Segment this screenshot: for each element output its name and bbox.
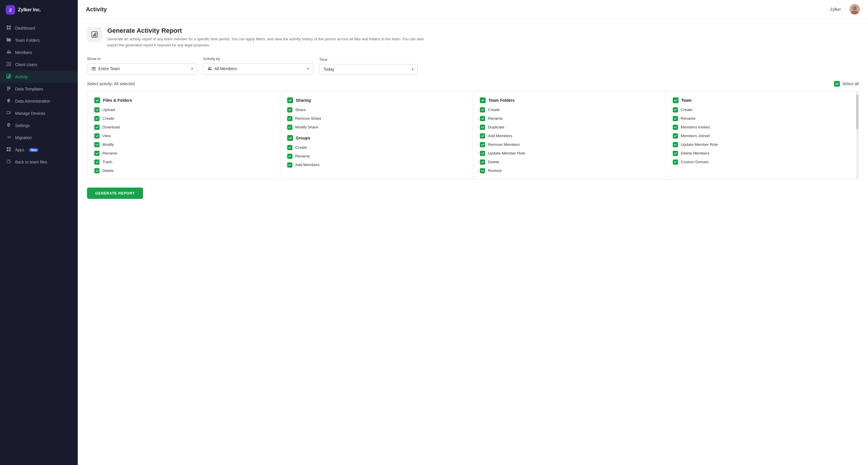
app-logo[interactable]: Z Zylker Inc. <box>0 0 78 20</box>
check-tf-delete[interactable]: Delete <box>480 160 658 165</box>
svg-rect-11 <box>9 75 10 78</box>
groups-checkbox[interactable] <box>287 135 293 141</box>
remove-share-checkbox[interactable] <box>287 116 292 121</box>
check-create[interactable]: Create <box>94 116 273 121</box>
check-upload[interactable]: Upload <box>94 107 273 112</box>
check-tf-rename[interactable]: Rename <box>480 116 658 121</box>
check-remove-share[interactable]: Remove Share <box>287 116 466 121</box>
custom-domain-checkbox[interactable] <box>673 160 678 165</box>
create-checkbox[interactable] <box>94 116 99 121</box>
view-label: View <box>102 134 111 138</box>
sidebar-item-dashboard[interactable]: Dashboard <box>0 22 78 34</box>
check-members-invited[interactable]: Members Invited <box>673 125 852 130</box>
check-trash[interactable]: Trash <box>94 160 273 165</box>
share-checkbox[interactable] <box>287 107 292 112</box>
sidebar-item-back-to-team-files[interactable]: Back to team files <box>0 156 78 168</box>
upload-checkbox[interactable] <box>94 107 99 112</box>
tf-add-members-checkbox[interactable] <box>480 133 485 139</box>
tf-create-checkbox[interactable] <box>480 107 485 112</box>
sidebar-item-team-folders[interactable]: Team Folders <box>0 34 78 46</box>
team-rename-checkbox[interactable] <box>673 116 678 121</box>
check-team-rename[interactable]: Rename <box>673 116 852 121</box>
col-sharing-header: Sharing <box>287 97 466 103</box>
team-col-label: Team <box>681 98 692 103</box>
view-checkbox[interactable] <box>94 133 99 139</box>
trash-checkbox[interactable] <box>94 160 99 165</box>
svg-point-7 <box>8 63 9 64</box>
check-custom-domain[interactable]: Custom Domain <box>673 160 852 165</box>
generate-report-button[interactable]: GENERATE REPORT <box>87 188 143 199</box>
apps-icon <box>6 147 11 153</box>
report-header: Generate Activity Report Generate an act… <box>87 27 859 48</box>
check-members-joined[interactable]: Members Joined <box>673 133 852 139</box>
update-member-role-checkbox[interactable] <box>673 142 678 147</box>
check-groups-create[interactable]: Create <box>287 145 466 150</box>
check-view[interactable]: View <box>94 133 273 139</box>
select-all-checkbox[interactable] <box>834 81 840 87</box>
check-modify-share[interactable]: Modify Share <box>287 125 466 130</box>
modify-share-checkbox[interactable] <box>287 125 292 130</box>
show-in-select[interactable]: Entire Team ▾ <box>87 63 197 74</box>
tf-create-label: Create <box>488 107 500 112</box>
time-select[interactable]: Today ▾ <box>319 64 418 74</box>
tf-remove-members-checkbox[interactable] <box>480 142 485 147</box>
tf-restore-checkbox[interactable] <box>480 168 485 173</box>
members-invited-checkbox[interactable] <box>673 125 678 130</box>
svg-rect-16 <box>7 111 9 114</box>
check-download[interactable]: Download <box>94 125 273 130</box>
tf-rename-checkbox[interactable] <box>480 116 485 121</box>
sidebar-item-data-templates[interactable]: Data Templates <box>0 83 78 95</box>
team-folders-cb[interactable] <box>480 97 486 103</box>
check-tf-create[interactable]: Create <box>480 107 658 112</box>
rename-ff-checkbox[interactable] <box>94 151 99 156</box>
modify-checkbox[interactable] <box>94 142 99 147</box>
check-delete-ff[interactable]: Delete <box>94 168 273 173</box>
check-team-create[interactable]: Create <box>673 107 852 112</box>
check-groups-rename[interactable]: Rename <box>287 154 466 159</box>
activity-by-select[interactable]: All Members ▾ <box>203 63 313 74</box>
scrollbar[interactable] <box>856 92 859 179</box>
check-tf-remove-members[interactable]: Remove Members <box>480 142 658 147</box>
check-modify[interactable]: Modify <box>94 142 273 147</box>
members-joined-checkbox[interactable] <box>673 133 678 139</box>
activity-by-value: All Members <box>214 66 237 71</box>
svg-point-4 <box>7 51 9 52</box>
scroll-thumb[interactable] <box>856 95 859 129</box>
check-tf-duplicate[interactable]: Duplicate <box>480 125 658 130</box>
sidebar-item-data-administration[interactable]: Data Administration <box>0 95 78 107</box>
svg-rect-22 <box>9 150 11 151</box>
check-update-member-role[interactable]: Update Member Role <box>673 142 852 147</box>
tf-delete-checkbox[interactable] <box>480 160 485 165</box>
team-col-checkbox[interactable] <box>673 97 679 103</box>
check-groups-add-members[interactable]: Add Members <box>287 162 466 168</box>
sidebar-item-activity[interactable]: Activity <box>0 71 78 83</box>
check-tf-update-member-role[interactable]: Update Member Role <box>480 151 658 156</box>
files-folders-checkbox[interactable] <box>94 97 100 103</box>
download-checkbox[interactable] <box>94 125 99 130</box>
delete-members-checkbox[interactable] <box>673 151 678 156</box>
tf-duplicate-checkbox[interactable] <box>480 125 485 130</box>
check-delete-members[interactable]: Delete Members <box>673 151 852 156</box>
sharing-checkbox[interactable] <box>287 97 293 103</box>
delete-ff-checkbox[interactable] <box>94 168 99 173</box>
tf-update-member-role-checkbox[interactable] <box>480 151 485 156</box>
team-create-checkbox[interactable] <box>673 107 678 112</box>
page-title: Activity <box>86 6 107 13</box>
sidebar-item-settings[interactable]: Settings <box>0 120 78 132</box>
members-icon <box>6 49 11 55</box>
check-tf-add-members[interactable]: Add Members <box>480 133 658 139</box>
sidebar-item-migration[interactable]: Migration <box>0 132 78 144</box>
sidebar-item-apps[interactable]: Apps New <box>0 144 78 156</box>
groups-rename-checkbox[interactable] <box>287 154 292 159</box>
sidebar-item-members[interactable]: Members <box>0 46 78 59</box>
groups-add-members-checkbox[interactable] <box>287 162 292 168</box>
sidebar-item-client-users[interactable]: Client Users <box>0 59 78 71</box>
check-rename-ff[interactable]: Rename <box>94 151 273 156</box>
svg-rect-21 <box>7 150 8 151</box>
sidebar-item-manage-devices[interactable]: Manage Devices <box>0 107 78 120</box>
groups-create-checkbox[interactable] <box>287 145 292 150</box>
select-all-row[interactable]: Select all <box>834 81 859 87</box>
check-tf-restore[interactable]: Restore <box>480 168 658 173</box>
check-share[interactable]: Share <box>287 107 466 112</box>
avatar[interactable] <box>849 4 860 14</box>
